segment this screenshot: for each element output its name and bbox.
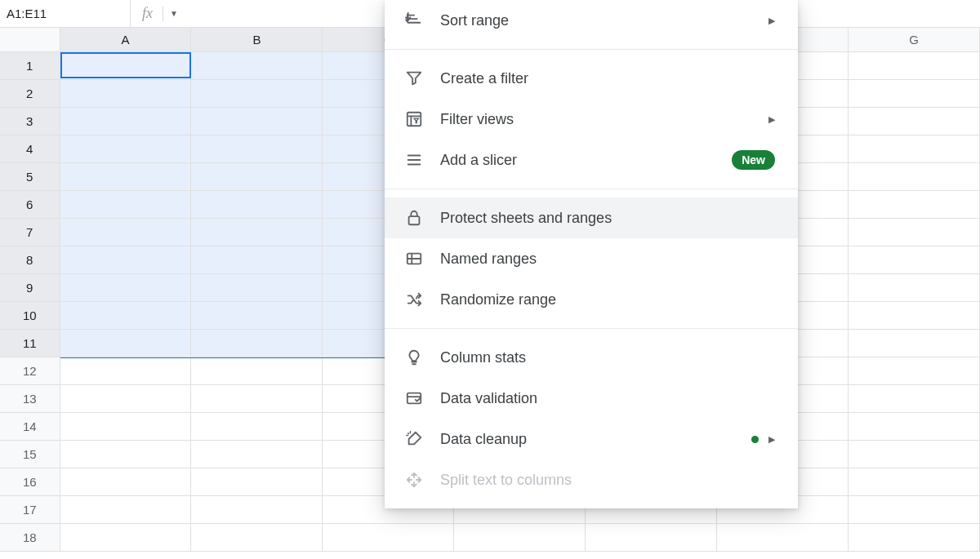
- cell[interactable]: [60, 413, 192, 441]
- cell[interactable]: [717, 524, 849, 552]
- cell[interactable]: [191, 496, 323, 524]
- menu-item-randomize[interactable]: Randomize range: [385, 279, 798, 320]
- row-header[interactable]: 15: [0, 441, 60, 468]
- cell[interactable]: [191, 191, 323, 219]
- cell[interactable]: [60, 135, 192, 163]
- menu-item-create-filter[interactable]: Create a filter: [385, 58, 798, 99]
- cell[interactable]: [60, 108, 192, 135]
- row-header[interactable]: 10: [0, 302, 60, 330]
- row-header[interactable]: 1: [0, 52, 60, 80]
- cell[interactable]: [849, 135, 980, 163]
- cell[interactable]: [849, 357, 980, 385]
- submenu-arrow-icon: ▶: [768, 434, 775, 445]
- select-all-corner[interactable]: [0, 28, 60, 51]
- cell[interactable]: [60, 468, 192, 496]
- row-header[interactable]: 11: [0, 330, 60, 357]
- cell[interactable]: [849, 524, 980, 552]
- split-icon: [403, 468, 425, 491]
- menu-item-label: Named ranges: [440, 251, 775, 268]
- cell[interactable]: [849, 246, 980, 274]
- cell[interactable]: [191, 274, 323, 302]
- row-header[interactable]: 3: [0, 108, 60, 135]
- cell[interactable]: [60, 52, 192, 80]
- cell[interactable]: [191, 163, 323, 191]
- row-header[interactable]: 16: [0, 468, 60, 496]
- row-header[interactable]: 2: [0, 80, 60, 108]
- row-header[interactable]: 4: [0, 135, 60, 163]
- cell[interactable]: [60, 330, 192, 357]
- cell[interactable]: [849, 108, 980, 135]
- menu-item-data-validation[interactable]: Data validation: [385, 378, 798, 419]
- cell[interactable]: [60, 496, 192, 524]
- row-header[interactable]: 5: [0, 163, 60, 191]
- row-header[interactable]: 18: [0, 524, 60, 552]
- cell[interactable]: [454, 524, 586, 552]
- cell[interactable]: [849, 413, 980, 441]
- row-header[interactable]: 14: [0, 413, 60, 441]
- row-header[interactable]: 9: [0, 274, 60, 302]
- fx-divider: [163, 7, 163, 21]
- cell[interactable]: [191, 413, 323, 441]
- cell[interactable]: [849, 441, 980, 468]
- cell[interactable]: [60, 191, 192, 219]
- menu-item-named-ranges[interactable]: Named ranges: [385, 238, 798, 279]
- row-header[interactable]: 13: [0, 385, 60, 413]
- cell[interactable]: [849, 163, 980, 191]
- cell[interactable]: [191, 441, 323, 468]
- row-header[interactable]: 6: [0, 191, 60, 219]
- cell[interactable]: [191, 357, 323, 385]
- row-header[interactable]: 12: [0, 357, 60, 385]
- cell[interactable]: [60, 302, 192, 330]
- cell[interactable]: [191, 80, 323, 108]
- cell[interactable]: [849, 52, 980, 80]
- cell[interactable]: [60, 357, 192, 385]
- cell[interactable]: [849, 468, 980, 496]
- cell[interactable]: [191, 330, 323, 357]
- cell[interactable]: [191, 385, 323, 413]
- menu-item-label: Data cleanup: [440, 431, 751, 448]
- cell[interactable]: [60, 274, 192, 302]
- row-header[interactable]: 17: [0, 496, 60, 524]
- cell[interactable]: [849, 385, 980, 413]
- cell[interactable]: [323, 524, 454, 552]
- cell[interactable]: [60, 219, 192, 246]
- cell[interactable]: [849, 274, 980, 302]
- column-header[interactable]: B: [191, 28, 323, 51]
- cell[interactable]: [191, 524, 323, 552]
- cell[interactable]: [849, 191, 980, 219]
- cell[interactable]: [191, 246, 323, 274]
- row-header[interactable]: 8: [0, 246, 60, 274]
- cell[interactable]: [191, 302, 323, 330]
- cell[interactable]: [60, 246, 192, 274]
- menu-divider: [385, 328, 798, 329]
- cell[interactable]: [849, 80, 980, 108]
- column-header[interactable]: G: [849, 28, 980, 51]
- cell[interactable]: [60, 441, 192, 468]
- cell[interactable]: [191, 52, 323, 80]
- menu-item-column-stats[interactable]: Column stats: [385, 337, 798, 378]
- cell[interactable]: [191, 135, 323, 163]
- cell[interactable]: [60, 163, 192, 191]
- cell[interactable]: [849, 330, 980, 357]
- cell[interactable]: [60, 524, 192, 552]
- menu-divider: [385, 49, 798, 50]
- cell[interactable]: [849, 219, 980, 246]
- cell[interactable]: [586, 524, 717, 552]
- filter-views-icon: [403, 108, 425, 131]
- cell[interactable]: [191, 468, 323, 496]
- cell[interactable]: [191, 108, 323, 135]
- menu-item-add-slicer[interactable]: Add a slicerNew: [385, 140, 798, 180]
- cell[interactable]: [60, 385, 192, 413]
- cell[interactable]: [191, 219, 323, 246]
- lightbulb-icon: [403, 346, 425, 369]
- menu-item-data-cleanup[interactable]: Data cleanup▶: [385, 419, 798, 459]
- menu-item-sort-range[interactable]: Sort range▶: [385, 0, 798, 41]
- cell[interactable]: [849, 302, 980, 330]
- row-header[interactable]: 7: [0, 219, 60, 246]
- menu-item-protect[interactable]: Protect sheets and ranges: [385, 197, 798, 238]
- cell[interactable]: [60, 80, 192, 108]
- cell[interactable]: [849, 496, 980, 524]
- submenu-arrow-icon: ▶: [768, 114, 775, 125]
- column-header[interactable]: A: [60, 28, 192, 51]
- menu-item-filter-views[interactable]: Filter views▶: [385, 99, 798, 140]
